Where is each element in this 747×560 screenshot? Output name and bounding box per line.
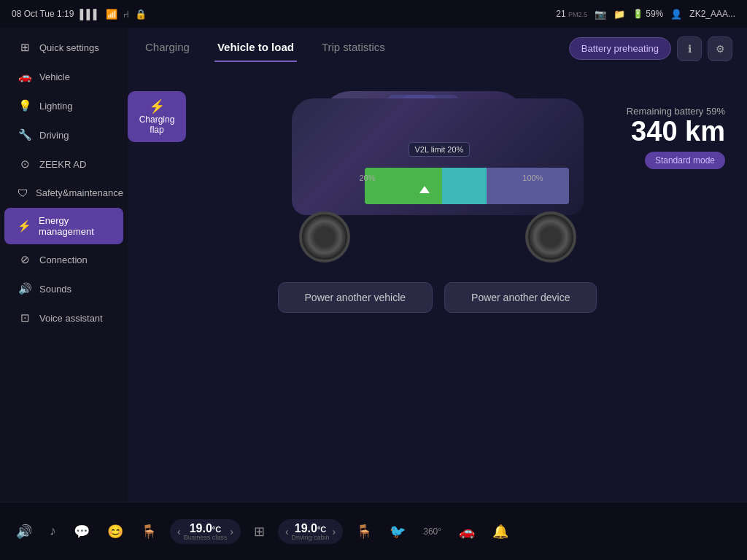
- driving-icon: 🔧: [18, 128, 32, 141]
- safety-icon: 🛡: [18, 187, 28, 199]
- sidebar-label-lighting: Lighting: [39, 101, 73, 112]
- camera-icon: 📷: [595, 9, 606, 20]
- sidebar-item-lighting[interactable]: 💡 Lighting: [4, 92, 123, 120]
- wifi-icon: 📶: [106, 9, 117, 20]
- tabs: Charging Vehicle to load Trip statistics: [142, 35, 388, 62]
- content-area: Charging Vehicle to load Trip statistics…: [128, 28, 747, 502]
- battery-fill-teal: [442, 168, 487, 204]
- temp-cabin-value: 19.0°C: [295, 522, 326, 534]
- sidebar-label-connection: Connection: [39, 254, 88, 265]
- settings-button[interactable]: ⚙: [708, 36, 732, 61]
- vehicle-illustration-container: 20% 100% V2L limit 20%: [142, 69, 732, 273]
- sidebar-item-energy[interactable]: ⚡ Energy management: [4, 208, 123, 244]
- bottom-bar: 🔊 ♪ 💬 😊 🪑 ‹ 19.0°C Business class › ⊞ ‹ …: [0, 502, 747, 560]
- info-icon: ℹ: [688, 43, 692, 55]
- signal-icon: ▌▌▌: [80, 9, 100, 20]
- temp-cabin-label: Driving cabin: [292, 534, 330, 541]
- battery-100-label: 100%: [522, 174, 543, 182]
- tab-charging[interactable]: Charging: [142, 35, 193, 62]
- tab-vehicle-to-load[interactable]: Vehicle to load: [214, 35, 297, 62]
- sidebar-label-driving: Driving: [39, 130, 69, 141]
- battery-preheat-button[interactable]: Battery preheating: [569, 37, 671, 60]
- bird-icon[interactable]: 🐦: [385, 521, 410, 542]
- sidebar-label-quick-settings: Quick settings: [39, 42, 99, 53]
- temp-business-control: ‹ 19.0°C Business class ›: [170, 519, 241, 544]
- volume-icon[interactable]: 🔊: [12, 521, 36, 542]
- sounds-icon: 🔊: [18, 282, 32, 295]
- temp-business-value: 19.0°C: [190, 522, 221, 534]
- bluetooth-icon: ⑁: [123, 9, 129, 20]
- status-left: 08 Oct Tue 1:19 ▌▌▌ 📶 ⑁ 🔒: [12, 9, 147, 20]
- car-body: 20% 100%: [292, 98, 584, 215]
- voice-icon: ⊡: [18, 311, 32, 324]
- sidebar-item-connection[interactable]: ⊘ Connection: [4, 246, 123, 273]
- vehicle-area: 20% 100% V2L limit 20% Remaining battery…: [142, 69, 732, 494]
- vehicle-icon: 🚗: [18, 70, 32, 83]
- status-right: 21 PM2.5 📷 📁 🔋 59% 👤 ZK2_AAA...: [556, 9, 735, 20]
- action-buttons: Power another vehicle Power another devi…: [278, 282, 597, 313]
- sidebar-label-voice: Voice assistant: [39, 313, 103, 324]
- battery-20-label: 20%: [360, 174, 376, 182]
- charging-flap-button[interactable]: ⚡ Charging flap: [128, 91, 186, 142]
- info-button[interactable]: ℹ: [677, 36, 702, 61]
- quick-settings-icon: ⊞: [18, 41, 32, 54]
- messages-icon[interactable]: 💬: [69, 521, 94, 542]
- grid-icon[interactable]: ⊞: [249, 521, 269, 542]
- sidebar-item-quick-settings[interactable]: ⊞ Quick settings: [4, 34, 123, 61]
- sidebar-label-vehicle: Vehicle: [39, 71, 70, 82]
- tab-bar: Charging Vehicle to load Trip statistics…: [128, 28, 747, 62]
- range-km: 340 km: [627, 117, 725, 147]
- standard-mode-button[interactable]: Standard mode: [645, 152, 725, 169]
- content-body: ⚡ Charging flap: [128, 62, 747, 502]
- sidebar-label-zeekrad: ZEEKR AD: [39, 159, 86, 170]
- remaining-battery-label: Remaining battery 59%: [627, 106, 725, 117]
- user-avatar: 👤: [670, 9, 682, 20]
- sidebar-item-sounds[interactable]: 🔊 Sounds: [4, 275, 123, 303]
- settings-icon: ⚙: [716, 43, 725, 55]
- camera-360-icon[interactable]: 360°: [419, 524, 446, 540]
- main-layout: ⊞ Quick settings 🚗 Vehicle 💡 Lighting 🔧 …: [0, 28, 747, 502]
- sidebar-item-safety[interactable]: 🛡 Safety&maintenance: [4, 179, 123, 206]
- status-bar: 08 Oct Tue 1:19 ▌▌▌ 📶 ⑁ 🔒 21 PM2.5 📷 📁 🔋…: [0, 0, 747, 28]
- car-wheel-left: [299, 211, 350, 262]
- power-device-button[interactable]: Power another device: [444, 282, 597, 313]
- temp-cabin-control: ‹ 19.0°C Driving cabin ›: [278, 519, 343, 544]
- emoji-icon[interactable]: 😊: [103, 521, 128, 542]
- car-wheel-right: [525, 211, 576, 262]
- temp-cabin-increase[interactable]: ›: [333, 526, 336, 537]
- folder-icon: 📁: [614, 9, 625, 20]
- sidebar-item-vehicle[interactable]: 🚗 Vehicle: [4, 63, 123, 90]
- bell-icon[interactable]: 🔔: [488, 521, 513, 542]
- battery-status: 🔋 59%: [632, 9, 663, 19]
- sidebar-item-driving[interactable]: 🔧 Driving: [4, 121, 123, 149]
- pm25-value: 21 PM2.5: [556, 9, 587, 19]
- sidebar-item-voice[interactable]: ⊡ Voice assistant: [4, 304, 123, 332]
- battery-info: Remaining battery 59% 340 km Standard mo…: [627, 106, 725, 169]
- connection-icon: ⊘: [18, 253, 32, 266]
- energy-icon: ⚡: [18, 219, 31, 233]
- sidebar-label-energy: Energy management: [39, 215, 110, 237]
- vehicle-illustration: 20% 100% V2L limit 20%: [263, 91, 613, 252]
- power-vehicle-button[interactable]: Power another vehicle: [278, 282, 433, 313]
- user-name: ZK2_AAA...: [689, 9, 735, 19]
- zeekrad-icon: ⊙: [18, 158, 32, 171]
- temp-business-label: Business class: [184, 534, 228, 541]
- battery-marker: [419, 186, 430, 193]
- temp-business-decrease[interactable]: ‹: [177, 526, 181, 537]
- temp-cabin-decrease[interactable]: ‹: [285, 526, 289, 537]
- sidebar-label-safety: Safety&maintenance: [36, 187, 123, 198]
- lock-icon: 🔒: [135, 9, 147, 20]
- sidebar-item-zeekrad[interactable]: ⊙ ZEEKR AD: [4, 150, 123, 178]
- sidebar-label-sounds: Sounds: [39, 284, 71, 295]
- car-bottom-icon[interactable]: 🚗: [454, 521, 479, 542]
- charging-flap-icon: ⚡: [138, 98, 176, 114]
- tab-trip-statistics[interactable]: Trip statistics: [319, 35, 388, 62]
- music-icon[interactable]: ♪: [45, 521, 61, 542]
- battery-fill-green: [365, 168, 442, 204]
- sidebar: ⊞ Quick settings 🚗 Vehicle 💡 Lighting 🔧 …: [0, 28, 128, 502]
- temp-business-increase[interactable]: ›: [230, 526, 233, 537]
- v2l-limit-tooltip: V2L limit 20%: [409, 142, 471, 157]
- seat-right-icon[interactable]: 🪑: [352, 521, 376, 542]
- seat-left-icon[interactable]: 🪑: [136, 521, 161, 542]
- lighting-icon: 💡: [18, 99, 32, 112]
